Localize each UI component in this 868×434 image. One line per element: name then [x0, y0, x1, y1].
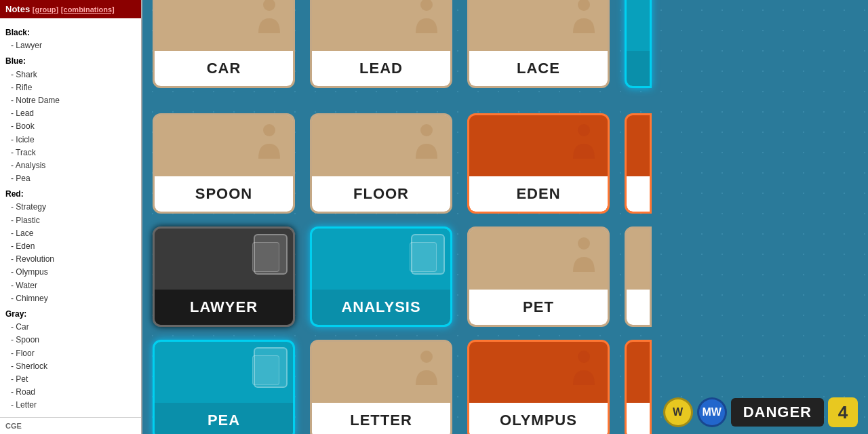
sidebar: Notes [group] [combinations] Black: - La… — [0, 0, 142, 434]
card-spoon[interactable]: SPOON — [153, 113, 295, 214]
sidebar-header: Notes [group] [combinations] — [0, 0, 141, 18]
svg-point-7 — [420, 351, 433, 363]
card-lace[interactable]: LACE — [467, 0, 610, 88]
note-pea: - Pea — [5, 172, 136, 185]
note-analysis: - Analysis — [5, 159, 136, 172]
note-lawyer: - Lawyer — [5, 39, 136, 52]
svg-point-0 — [263, 0, 275, 11]
note-lead: - Lead — [5, 107, 136, 120]
card-eden-label: EDEN — [516, 185, 560, 203]
card-car-label: CAR — [207, 60, 241, 77]
card-lawyer-label: LAWYER — [190, 298, 258, 316]
category-gray-label: Gray: — [5, 308, 136, 321]
group-link[interactable]: [group] — [33, 5, 58, 14]
card-pea[interactable]: PEA — [153, 340, 295, 434]
sidebar-notes-label: Notes — [5, 4, 30, 14]
card-eden[interactable]: EDEN — [467, 113, 610, 214]
card-lead[interactable]: LEAD — [310, 0, 452, 88]
category-gray: Gray: - Car - Spoon - Floor - Sherlock -… — [5, 308, 136, 412]
card-olympus-label: OLYMPUS — [500, 412, 577, 429]
svg-point-6 — [578, 237, 590, 250]
note-rifle: - Rifle — [5, 81, 136, 94]
note-icicle: - Icicle — [5, 134, 136, 146]
card-analysis[interactable]: ANALYSIS — [310, 226, 452, 327]
badge-mw[interactable]: MW — [697, 397, 727, 427]
note-lace: - Lace — [5, 227, 136, 240]
note-revolution: - Revolution — [5, 253, 136, 266]
note-floor: - Floor — [5, 347, 136, 360]
card-floor-label: FLOOR — [353, 185, 409, 203]
count-label: 4 — [828, 397, 858, 427]
note-spoon: - Spoon — [5, 334, 136, 347]
category-black: Black: - Lawyer — [5, 26, 136, 52]
badge-w[interactable]: W — [663, 397, 693, 427]
note-notre-dame: - Notre Dame — [5, 94, 136, 107]
svg-point-4 — [420, 124, 433, 136]
category-red: Red: - Strategy - Plastic - Lace - Eden … — [5, 188, 136, 305]
note-track: - Track — [5, 146, 136, 159]
danger-label: DANGER — [731, 398, 824, 427]
card-lead-label: LEAD — [359, 60, 403, 77]
note-road: - Road — [5, 386, 136, 399]
card-floor[interactable]: FLOOR — [310, 113, 452, 214]
category-blue: Blue: - Shark - Rifle - Notre Dame - Lea… — [5, 55, 136, 185]
card-pet-label: PET — [523, 298, 554, 316]
note-strategy: - Strategy — [5, 201, 136, 214]
card-partial-r3 — [625, 226, 652, 327]
card-car[interactable]: CAR — [153, 0, 295, 88]
note-shark: - Shark — [5, 68, 136, 81]
card-lace-label: LACE — [517, 60, 560, 77]
bottom-bar: W MW DANGER 4 — [663, 397, 858, 427]
card-olympus[interactable]: OLYMPUS — [467, 340, 610, 434]
note-sherlock: - Sherlock — [5, 360, 136, 373]
card-lawyer[interactable]: LAWYER — [153, 226, 295, 327]
note-chimney: - Chimney — [5, 292, 136, 305]
note-car: - Car — [5, 321, 136, 334]
game-area: CAR LEAD — [142, 0, 868, 434]
sidebar-notes: Black: - Lawyer Blue: - Shark - Rifle - … — [0, 18, 141, 417]
note-pet: - Pet — [5, 373, 136, 386]
card-pet[interactable]: PET — [467, 226, 610, 327]
note-letter: - Letter — [5, 399, 136, 412]
category-blue-label: Blue: — [5, 55, 136, 68]
count-text: 4 — [838, 402, 848, 423]
combinations-link[interactable]: [combinations] — [61, 5, 115, 14]
note-eden: - Eden — [5, 240, 136, 253]
card-partial-r4 — [625, 340, 652, 434]
card-partial-r1 — [625, 0, 652, 88]
category-red-label: Red: — [5, 188, 136, 201]
note-water: - Water — [5, 279, 136, 292]
note-book: - Book — [5, 120, 136, 133]
card-partial-r2 — [625, 113, 652, 214]
card-grid: CAR LEAD — [142, 0, 784, 434]
card-spoon-label: SPOON — [195, 185, 252, 203]
card-letter-label: LETTER — [350, 412, 412, 429]
svg-point-5 — [578, 124, 590, 136]
svg-point-2 — [578, 0, 590, 11]
cge-label: CGE — [5, 422, 22, 430]
svg-point-1 — [420, 0, 433, 11]
note-plastic: - Plastic — [5, 214, 136, 227]
card-analysis-label: ANALYSIS — [341, 298, 420, 316]
svg-point-8 — [578, 351, 590, 363]
danger-text: DANGER — [743, 403, 812, 420]
sidebar-footer: CGE — [0, 417, 141, 434]
card-letter[interactable]: LETTER — [310, 340, 452, 434]
svg-point-3 — [263, 124, 275, 136]
badge-mw-label: MW — [702, 406, 721, 418]
category-black-label: Black: — [5, 26, 136, 39]
badge-w-label: W — [673, 406, 683, 418]
card-pea-label: PEA — [208, 412, 240, 429]
note-olympus: - Olympus — [5, 266, 136, 279]
